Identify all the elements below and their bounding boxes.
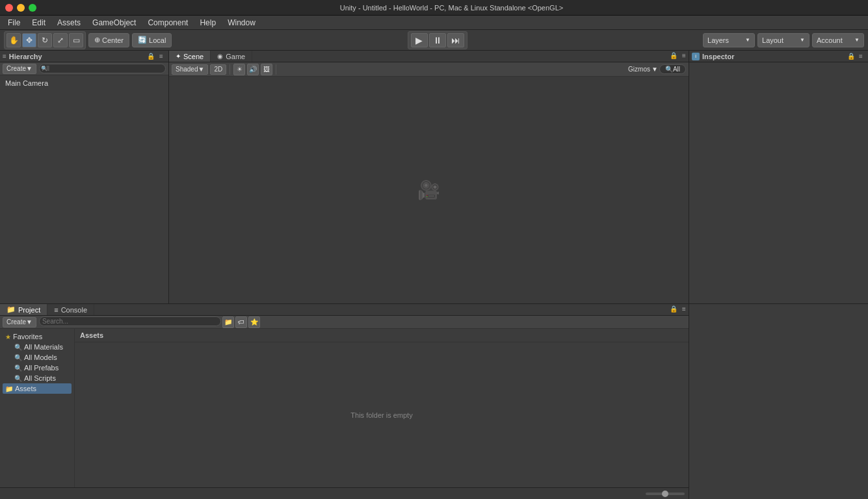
rect-tool[interactable]: ▭	[69, 33, 83, 47]
menu-gameobject[interactable]: GameObject	[87, 17, 141, 29]
scene-right-controls: Gizmos ▼ 🔍 All	[628, 64, 686, 75]
inspector-lock-icon[interactable]: 🔒	[847, 53, 855, 60]
all-models-label: All Models	[24, 353, 57, 361]
inspector-controls: 🔒 ≡	[847, 52, 865, 61]
project-toolbar: Create ▼ 📁 🏷 ⭐	[0, 316, 689, 329]
game-tab-icon: ◉	[217, 53, 223, 60]
project-menu-icon[interactable]: ≡	[679, 304, 689, 313]
scene-tab-label: Scene	[183, 53, 204, 60]
scene-tabs: ✦ Scene ◉ Game 🔒 ≡	[169, 51, 689, 62]
tree-all-prefabs[interactable]: 🔍 All Prefabs	[3, 363, 72, 373]
tab-scene[interactable]: ✦ Scene	[169, 51, 211, 62]
account-label: Account	[817, 36, 843, 44]
bottom-statusbar	[0, 487, 689, 499]
maximize-button[interactable]	[29, 4, 36, 12]
play-button[interactable]: ▶	[411, 33, 428, 47]
scene-all-tag: 🔍 All	[659, 64, 686, 74]
titlebar: Unity - Untitled - HelloWorld - PC, Mac …	[0, 0, 868, 16]
project-assets: Assets This folder is empty	[75, 329, 689, 487]
audio-toggle[interactable]: 🔊	[247, 64, 259, 75]
main-camera-label: Main Camera	[5, 79, 48, 87]
console-tab-label: Console	[61, 306, 87, 314]
project-create-button[interactable]: Create ▼	[3, 317, 36, 327]
rotate-tool[interactable]: ↻	[38, 33, 52, 47]
tab-game[interactable]: ◉ Game	[211, 51, 252, 62]
bottom-tabs: 📁 Project ≡ Console 🔒 ≡	[0, 304, 689, 316]
project-tag-icon[interactable]: 🏷	[235, 316, 247, 328]
tree-all-models[interactable]: 🔍 All Models	[3, 352, 72, 363]
menu-window[interactable]: Window	[222, 17, 261, 29]
shading-dropdown[interactable]: Shaded ▼	[172, 64, 208, 75]
menu-edit[interactable]: Edit	[27, 17, 51, 29]
hand-tool[interactable]: ✋	[7, 33, 21, 47]
project-create-arrow: ▼	[26, 318, 33, 326]
game-tab-label: Game	[226, 53, 245, 60]
all-materials-label: All Materials	[24, 343, 63, 351]
scene-tab-icon: ✦	[176, 53, 181, 60]
menu-component[interactable]: Component	[142, 17, 193, 29]
local-button[interactable]: 🔄 Local	[132, 33, 172, 47]
tab-project[interactable]: 📁 Project	[0, 304, 47, 315]
menu-file[interactable]: File	[3, 17, 25, 29]
hierarchy-create-button[interactable]: Create ▼	[3, 64, 36, 74]
hierarchy-icon: ≡	[3, 53, 7, 60]
gizmos-button[interactable]: Gizmos ▼	[628, 64, 658, 75]
pause-button[interactable]: ⏸	[429, 33, 446, 47]
all-label: All	[673, 66, 680, 73]
hierarchy-search-input[interactable]	[39, 64, 166, 73]
toolbar: ✋ ✥ ↻ ⤢ ▭ ⊕ Center 🔄 Local ▶ ⏸ ⏭ Layers …	[0, 30, 868, 51]
layers-dropdown[interactable]: Layers ▼	[703, 33, 755, 47]
hierarchy-lock-icon[interactable]: 🔒	[146, 52, 155, 61]
account-dropdown[interactable]: Account ▼	[812, 33, 864, 47]
shading-arrow-icon: ▼	[198, 66, 204, 73]
assets-folder-icon: 📁	[5, 385, 13, 392]
scene-viewport[interactable]: 🎥	[169, 77, 689, 303]
search-icon-materials: 🔍	[14, 344, 22, 351]
tree-all-scripts[interactable]: 🔍 All Scripts	[3, 373, 72, 383]
tree-favorites[interactable]: ★ Favorites	[3, 331, 72, 342]
effects-toggle[interactable]: 🖼	[261, 64, 272, 75]
close-button[interactable]	[5, 4, 13, 12]
project-search-input[interactable]	[39, 316, 221, 326]
search-icon-models: 🔍	[14, 354, 22, 361]
menu-assets[interactable]: Assets	[52, 17, 86, 29]
tree-all-materials[interactable]: 🔍 All Materials	[3, 342, 72, 352]
assets-section-label: Assets	[80, 331, 103, 339]
inspector-bottom	[689, 304, 868, 499]
layout-dropdown[interactable]: Layout ▼	[757, 33, 809, 47]
zoom-slider[interactable]	[646, 493, 685, 495]
move-tool[interactable]: ✥	[22, 33, 36, 47]
top-panels: ≡ Hierarchy 🔒 ≡ Create ▼ Main Camera	[0, 51, 868, 304]
minimize-button[interactable]	[17, 4, 25, 12]
inspector-menu-icon[interactable]: ≡	[856, 52, 865, 61]
zoom-slider-handle[interactable]	[662, 491, 668, 497]
hierarchy-header-controls: 🔒 ≡	[146, 52, 166, 61]
2d-toggle[interactable]: 2D	[210, 64, 226, 75]
hierarchy-menu-icon[interactable]: ≡	[157, 52, 166, 61]
scene-menu-icon[interactable]: ≡	[679, 51, 689, 60]
project-lock-icon[interactable]: 🔒	[669, 304, 678, 313]
tab-console[interactable]: ≡ Console	[47, 304, 94, 315]
project-console-panel: 📁 Project ≡ Console 🔒 ≡ Create ▼	[0, 304, 689, 499]
layers-arrow-icon: ▼	[745, 37, 750, 43]
step-button[interactable]: ⏭	[447, 33, 464, 47]
search-small-icon: 🔍	[665, 66, 673, 73]
scene-lock-icon[interactable]: 🔒	[669, 51, 678, 60]
project-star-icon[interactable]: ⭐	[248, 316, 260, 328]
lighting-toggle[interactable]: ☀	[233, 64, 245, 75]
inspector-title: Inspector	[702, 53, 735, 60]
menu-help[interactable]: Help	[194, 17, 221, 29]
center-label: Center	[102, 36, 124, 44]
scale-tool[interactable]: ⤢	[53, 33, 68, 47]
play-controls: ▶ ⏸ ⏭	[408, 31, 467, 49]
pivot-icon: ⊕	[94, 36, 100, 44]
project-create-label: Create	[7, 318, 26, 326]
center-button[interactable]: ⊕ Center	[88, 33, 129, 47]
local-label: Local	[149, 36, 166, 44]
scene-sep-2	[276, 64, 276, 75]
hierarchy-item-main-camera[interactable]: Main Camera	[3, 78, 166, 88]
project-folder-icon[interactable]: 📁	[222, 316, 234, 328]
favorites-star-icon: ★	[5, 333, 11, 340]
scene-game-panel: ✦ Scene ◉ Game 🔒 ≡ Shaded ▼ 2D	[169, 51, 689, 303]
tree-assets[interactable]: 📁 Assets	[3, 383, 72, 394]
